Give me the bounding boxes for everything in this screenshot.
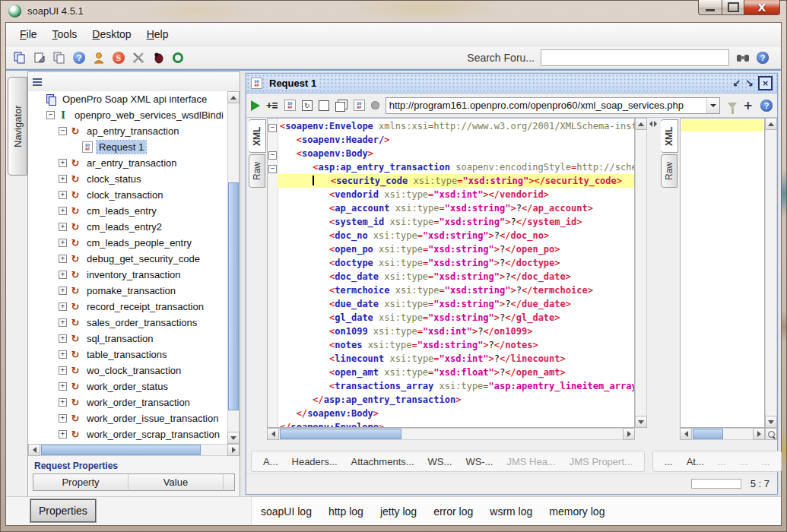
maximize-button[interactable] [722, 0, 744, 15]
tree-expander-icon[interactable]: + [59, 239, 67, 247]
fold-toggle-icon[interactable]: − [268, 160, 278, 174]
trial-bug-icon[interactable] [151, 50, 166, 65]
response-horizontal-scrollbar[interactable] [680, 428, 765, 440]
tree-expander-icon[interactable]: + [59, 318, 67, 327]
menu-desktop[interactable]: Desktop [84, 25, 138, 43]
editor-horizontal-scrollbar[interactable] [267, 428, 635, 440]
tree-expander-icon[interactable]: + [59, 302, 67, 311]
tree-item-work-order-issue-transaction[interactable]: +↻work_order_issue_transaction [28, 410, 240, 426]
frame-close-icon[interactable]: × [758, 76, 773, 90]
tree-expander-icon[interactable]: + [59, 159, 67, 167]
request-tab-xml[interactable]: XML [249, 119, 266, 153]
frame-restore-icon[interactable]: ↘ [745, 78, 754, 89]
tree-item-table-transactions[interactable]: +↻table_transactions [28, 347, 240, 363]
tree-expander-icon[interactable]: + [59, 430, 67, 439]
bottom-tab-a[interactable]: A... [258, 454, 284, 469]
tree-item-work-order-scrap-transaction[interactable]: +↻work_order_scrap_transaction [28, 426, 240, 442]
response-editor[interactable] [680, 118, 765, 428]
response-tab-xml[interactable]: XML [661, 119, 678, 153]
bottom-tab-ws[interactable]: WS-... [460, 454, 498, 469]
zoom-corner-button[interactable] [765, 428, 777, 440]
binoculars-search-icon[interactable] [735, 50, 751, 65]
tree-item-wo-clock-transaction[interactable]: +↻wo_clock_transaction [28, 363, 240, 378]
tree-vertical-scrollbar[interactable] [227, 91, 240, 444]
tree-item-cm-leads-entry2[interactable]: +↻cm_leads_entry2 [28, 219, 240, 235]
recreate-request-button[interactable]: ↻ [302, 99, 313, 112]
create-empty-button[interactable] [319, 99, 329, 112]
tree-expander-icon[interactable]: + [59, 366, 67, 375]
property-column-header[interactable]: Property [33, 473, 128, 491]
bottom-tab-headers[interactable]: Headers... [287, 454, 343, 469]
tree-expander-icon[interactable]: + [59, 255, 67, 263]
tree-item-sql-transaction[interactable]: +↻sql_transaction [28, 331, 240, 347]
request-tab-raw[interactable]: Raw [249, 154, 265, 188]
log-tab-memory-log[interactable]: memory log [549, 505, 605, 518]
response-bottom-tab-at[interactable]: At... [681, 454, 709, 469]
help-icon[interactable]: ? [755, 50, 770, 65]
preferences-icon[interactable] [131, 50, 146, 65]
tree-item-work-order-transaction[interactable]: +↻work_order_transaction [28, 394, 240, 410]
bottom-tab-ws[interactable]: WS... [423, 454, 458, 469]
collapse-right-icon[interactable] [654, 121, 660, 127]
menu-file[interactable]: File [12, 25, 45, 43]
tree-item-pomake-transaction[interactable]: +↻pomake_transaction [28, 283, 240, 299]
tree-item-clock-status[interactable]: +↻clock_status [28, 171, 240, 187]
tree-expander-icon[interactable]: + [59, 271, 67, 279]
tree-item-debug-get-security-code[interactable]: +↻debug_get_security_code [28, 251, 240, 267]
value-column-header[interactable]: Value [128, 473, 223, 491]
import-project-icon[interactable] [32, 50, 47, 65]
tree-item-record-receipt-transaction[interactable]: +↻record_receipt_transaction [28, 299, 240, 315]
response-vertical-scrollbar[interactable] [765, 118, 777, 428]
tree-item-ar-entry-transaction[interactable]: +↻ar_entry_transaction [28, 155, 240, 171]
tree-expander-icon[interactable]: + [59, 191, 67, 199]
soap-action-icon-2[interactable]: SOAP [354, 99, 365, 112]
tree-item-inventory-transaction[interactable]: +↻inventory_transaction [28, 267, 240, 283]
response-tab-raw[interactable]: Raw [661, 154, 678, 188]
tree-expander-icon[interactable]: + [59, 223, 67, 231]
navigator-side-tab[interactable]: Navigator [8, 77, 27, 176]
tree-expander-icon[interactable]: + [59, 350, 67, 359]
tree-expander-icon[interactable]: − [46, 111, 55, 119]
log-tab-wsrm-log[interactable]: wsrm log [490, 505, 532, 518]
menu-help[interactable]: Help [139, 25, 176, 43]
fold-toggle-icon[interactable]: − [268, 119, 278, 133]
save-all-projects-icon[interactable] [52, 50, 67, 65]
add-to-testcase-button[interactable]: +≡ [266, 99, 278, 112]
bottom-tab-attachments[interactable]: Attachments... [346, 454, 420, 469]
tree-expander-icon[interactable]: + [59, 414, 67, 423]
tree-item-cm-leads-entry[interactable]: +↻cm_leads_entry [28, 203, 240, 219]
log-tab-http-log[interactable]: http log [328, 505, 363, 518]
add-endpoint-button[interactable]: + [743, 99, 753, 112]
soap-action-icon[interactable]: SOAP [284, 99, 296, 112]
frame-minimize-icon[interactable]: ↙ [732, 78, 741, 89]
tree-item-clock-transaction[interactable]: +↻clock_transaction [28, 187, 240, 203]
os-titlebar[interactable]: soapUI 4.5.1 X [0, 0, 787, 23]
new-project-icon[interactable] [12, 50, 27, 65]
log-tab-soapui-log[interactable]: soapUI log [261, 505, 312, 518]
tree-expander-icon[interactable]: + [59, 334, 67, 343]
request-window-titlebar[interactable]: SOAP Request 1 ↙ ↘ × [246, 74, 777, 93]
minimize-button[interactable] [698, 0, 722, 15]
editor-vertical-scrollbar[interactable] [635, 118, 647, 428]
tree-horizontal-scrollbar[interactable] [28, 444, 240, 456]
log-tab-jetty-log[interactable]: jetty log [380, 505, 417, 518]
menu-tools[interactable]: Tools [45, 25, 85, 43]
request-help-button[interactable]: ? [760, 99, 773, 112]
tree-expander-icon[interactable]: − [59, 127, 67, 135]
endpoint-dropdown-button[interactable] [706, 98, 719, 113]
tree-expander-icon[interactable]: + [59, 398, 67, 407]
tree-item-cm-leads-people-entry[interactable]: +↻cm_leads_people_entry [28, 235, 240, 251]
tree-item-sales-order-transactions[interactable]: +↻sales_order_transactions [28, 315, 240, 331]
tree-expander-icon[interactable]: + [59, 287, 67, 295]
tree-item-openpro-web-services-wsdlbindi[interactable]: −Iopenpro_web_services_wsdlBindi [28, 107, 240, 123]
tree-expander-icon[interactable]: + [59, 175, 67, 183]
pane-splitter[interactable] [647, 118, 659, 440]
tree-item-work-order-status[interactable]: +↻work_order_status [28, 378, 240, 394]
loadui-icon[interactable] [170, 50, 186, 65]
tree-item-ap-entry-transaction[interactable]: −↻ap_entry_transaction [28, 123, 240, 139]
request-xml-editor[interactable]: −<soapenv:Envelope xmlns:xsi=http://www.… [267, 118, 635, 428]
submit-request-button[interactable] [251, 99, 260, 112]
forum-user-icon[interactable] [91, 50, 106, 65]
log-tab-error-log[interactable]: error log [433, 505, 473, 518]
collapse-left-icon[interactable] [646, 121, 652, 127]
